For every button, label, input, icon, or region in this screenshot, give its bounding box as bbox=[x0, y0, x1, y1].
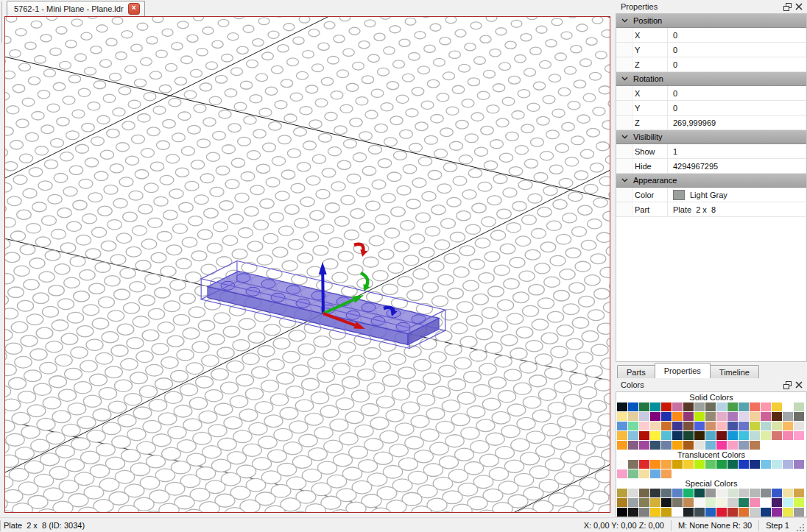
color-swatch[interactable] bbox=[761, 508, 771, 517]
color-swatch[interactable] bbox=[727, 460, 738, 469]
color-swatch[interactable] bbox=[739, 402, 749, 411]
color-swatch[interactable] bbox=[772, 412, 782, 421]
color-swatch[interactable] bbox=[639, 469, 649, 478]
color-swatch[interactable] bbox=[683, 460, 694, 469]
color-swatch[interactable] bbox=[694, 422, 705, 430]
color-swatch[interactable] bbox=[639, 460, 649, 469]
color-swatch[interactable] bbox=[761, 431, 771, 440]
color-swatch[interactable] bbox=[727, 431, 738, 440]
color-swatch[interactable] bbox=[739, 498, 749, 507]
color-swatch[interactable] bbox=[628, 498, 638, 507]
color-swatch[interactable] bbox=[628, 508, 638, 517]
dock-tab-parts[interactable]: Parts bbox=[617, 365, 655, 378]
property-value[interactable]: 269,999969 bbox=[667, 116, 806, 130]
color-swatch[interactable] bbox=[628, 469, 638, 478]
close-icon[interactable] bbox=[793, 1, 804, 12]
viewport-3d[interactable] bbox=[4, 16, 610, 513]
color-swatch[interactable] bbox=[783, 508, 793, 517]
color-swatch[interactable] bbox=[750, 402, 760, 411]
property-value[interactable]: 0 bbox=[667, 28, 806, 42]
color-swatch[interactable] bbox=[739, 489, 749, 497]
color-swatch[interactable] bbox=[672, 460, 683, 469]
color-swatch[interactable] bbox=[628, 422, 638, 430]
color-swatch[interactable] bbox=[628, 402, 638, 411]
color-swatch[interactable] bbox=[750, 431, 760, 440]
color-swatch[interactable] bbox=[617, 460, 627, 469]
color-swatch[interactable] bbox=[694, 402, 705, 411]
color-swatch[interactable] bbox=[639, 431, 649, 440]
color-swatch[interactable] bbox=[650, 412, 660, 421]
color-swatch[interactable] bbox=[628, 441, 638, 450]
color-swatch[interactable] bbox=[739, 422, 749, 430]
color-swatch[interactable] bbox=[705, 498, 716, 507]
color-swatch[interactable] bbox=[650, 489, 660, 497]
color-swatch[interactable] bbox=[639, 508, 649, 517]
color-swatch[interactable] bbox=[617, 508, 627, 517]
color-swatch[interactable] bbox=[750, 508, 760, 517]
color-swatch[interactable] bbox=[716, 441, 727, 450]
color-swatch[interactable] bbox=[672, 422, 683, 430]
color-swatch[interactable] bbox=[772, 508, 782, 517]
color-swatch[interactable] bbox=[794, 489, 804, 497]
dock-tab-timeline[interactable]: Timeline bbox=[710, 365, 759, 378]
color-swatch[interactable] bbox=[694, 412, 705, 421]
color-swatch[interactable] bbox=[772, 498, 782, 507]
color-swatch[interactable] bbox=[705, 489, 716, 497]
color-swatch[interactable] bbox=[650, 441, 660, 450]
color-swatch[interactable] bbox=[705, 422, 716, 430]
color-swatch[interactable] bbox=[617, 412, 627, 421]
color-swatch[interactable] bbox=[661, 498, 672, 507]
color-swatch[interactable] bbox=[739, 431, 749, 440]
float-icon[interactable] bbox=[782, 1, 793, 12]
color-swatch[interactable] bbox=[783, 402, 793, 411]
color-swatch[interactable] bbox=[661, 412, 672, 421]
color-swatch[interactable] bbox=[761, 460, 771, 469]
color-swatch[interactable] bbox=[794, 402, 804, 411]
color-swatch[interactable] bbox=[772, 422, 782, 430]
color-swatch[interactable] bbox=[683, 441, 694, 450]
color-swatch[interactable] bbox=[794, 412, 804, 421]
color-swatch[interactable] bbox=[694, 508, 705, 517]
color-swatch[interactable] bbox=[739, 441, 749, 450]
color-swatch[interactable] bbox=[716, 431, 727, 440]
color-swatch[interactable] bbox=[761, 489, 771, 497]
color-swatch[interactable] bbox=[761, 422, 771, 430]
color-swatch[interactable] bbox=[783, 460, 793, 469]
color-swatch[interactable] bbox=[661, 460, 672, 469]
color-swatch[interactable] bbox=[628, 460, 638, 469]
color-swatch[interactable] bbox=[772, 431, 782, 440]
color-swatch[interactable] bbox=[639, 402, 649, 411]
color-swatch[interactable] bbox=[650, 460, 660, 469]
color-swatch[interactable] bbox=[727, 441, 738, 450]
color-swatch[interactable] bbox=[617, 441, 627, 450]
color-swatch[interactable] bbox=[650, 508, 660, 517]
color-swatch[interactable] bbox=[617, 469, 627, 478]
property-value[interactable]: Plate 2 x 8 bbox=[667, 202, 806, 216]
color-swatch[interactable] bbox=[750, 412, 760, 421]
color-swatch[interactable] bbox=[739, 412, 749, 421]
color-swatch[interactable] bbox=[794, 431, 804, 440]
property-value[interactable]: 0 bbox=[667, 86, 806, 100]
color-swatch[interactable] bbox=[772, 402, 782, 411]
color-swatch[interactable] bbox=[761, 498, 771, 507]
color-swatch[interactable] bbox=[694, 441, 705, 450]
color-swatch[interactable] bbox=[628, 431, 638, 440]
color-swatch[interactable] bbox=[761, 412, 771, 421]
color-swatch[interactable] bbox=[683, 422, 694, 430]
color-swatch[interactable] bbox=[727, 489, 738, 497]
property-value[interactable]: 0 bbox=[667, 43, 806, 57]
float-icon[interactable] bbox=[782, 380, 793, 390]
color-swatch[interactable] bbox=[694, 498, 705, 507]
color-swatch[interactable] bbox=[705, 412, 716, 421]
color-swatch[interactable] bbox=[727, 508, 738, 517]
color-swatch[interactable] bbox=[683, 489, 694, 497]
color-swatch[interactable] bbox=[639, 489, 649, 497]
color-swatch[interactable] bbox=[716, 422, 727, 430]
color-swatch[interactable] bbox=[794, 460, 804, 469]
close-icon[interactable] bbox=[793, 380, 804, 390]
color-swatch[interactable] bbox=[683, 498, 694, 507]
color-swatch[interactable] bbox=[683, 402, 694, 411]
color-swatch[interactable] bbox=[617, 498, 627, 507]
color-swatch[interactable] bbox=[628, 412, 638, 421]
color-swatch[interactable] bbox=[672, 431, 683, 440]
